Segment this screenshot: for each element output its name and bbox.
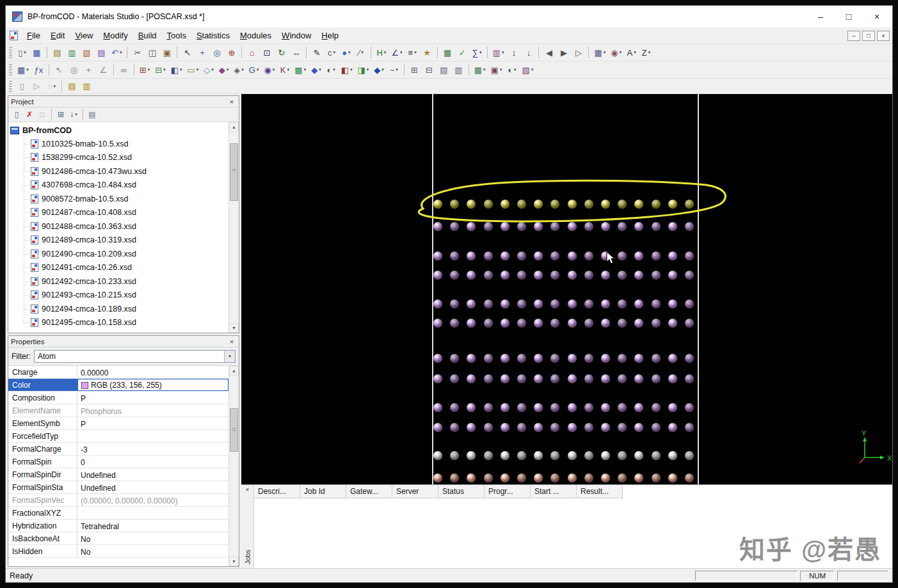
atom[interactable] xyxy=(550,271,559,280)
property-value[interactable]: (0.00000, 0.00000, 0.00000) xyxy=(77,494,229,506)
jobs-column-header[interactable]: Status xyxy=(438,485,485,498)
find-symmetry-icon-dropdown[interactable]: ▾ xyxy=(241,67,244,72)
atom[interactable] xyxy=(584,403,593,412)
property-value[interactable] xyxy=(77,507,229,519)
pan-tool-icon[interactable]: + xyxy=(82,63,95,76)
property-label[interactable]: FormalCharge xyxy=(8,443,77,455)
atom[interactable] xyxy=(601,423,610,432)
atom[interactable] xyxy=(568,473,577,482)
atom[interactable] xyxy=(517,200,526,209)
orbit-icon[interactable]: ◉▾ xyxy=(262,63,277,76)
isosurface-icon-dropdown[interactable]: ▾ xyxy=(333,67,335,72)
color-by-icon[interactable]: ◐▾ xyxy=(505,63,518,76)
atom[interactable] xyxy=(568,299,577,308)
jobs-column-header[interactable]: Result... xyxy=(577,485,623,498)
property-row[interactable]: FractionalXYZ xyxy=(8,507,229,520)
atom[interactable] xyxy=(534,374,543,383)
structure-viewport[interactable]: Y X xyxy=(241,94,892,484)
property-label[interactable]: FormalSpinSta xyxy=(8,481,77,493)
bond-tool-icon[interactable]: ∕▾ xyxy=(354,46,367,59)
group-icon[interactable]: G▾ xyxy=(247,63,261,76)
item-properties-icon[interactable]: □ xyxy=(36,109,48,120)
tree-root-item[interactable]: BP-fromCOD xyxy=(10,123,227,137)
scroll-track[interactable] xyxy=(229,376,239,557)
atom[interactable] xyxy=(568,271,577,280)
property-row[interactable]: CompositionP xyxy=(8,392,229,404)
atom[interactable] xyxy=(517,222,526,231)
minimize-button[interactable]: – xyxy=(806,7,835,26)
display-style-icon-dropdown[interactable]: ▾ xyxy=(26,67,29,72)
align-table-icon[interactable]: ▤ xyxy=(437,63,451,76)
atom[interactable] xyxy=(685,251,694,260)
property-label[interactable]: Hybridization xyxy=(8,520,77,532)
property-row[interactable]: ForcefieldTyp xyxy=(8,430,229,443)
undo-icon-dropdown[interactable]: ▾ xyxy=(120,50,122,55)
property-row[interactable]: IsHiddenNo xyxy=(8,545,229,558)
tree-item[interactable]: 9012490-cmca-10.209.xsd xyxy=(10,247,227,261)
atom[interactable] xyxy=(501,473,509,482)
atom[interactable] xyxy=(517,374,526,383)
sketch-mode-icon[interactable]: c▾ xyxy=(325,46,338,59)
atom[interactable] xyxy=(534,222,543,231)
display-style-icon[interactable]: ▦▾ xyxy=(15,63,31,76)
mesh-icon-dropdown[interactable]: ▾ xyxy=(304,67,307,72)
tree-item[interactable]: 9012488-cmca-10.363.xsd xyxy=(10,219,227,234)
atom[interactable] xyxy=(668,271,677,280)
atom[interactable] xyxy=(484,451,493,460)
property-row[interactable]: HybridizationTetrahedral xyxy=(8,520,229,532)
atom[interactable] xyxy=(685,403,694,412)
atom[interactable] xyxy=(484,200,493,209)
atom[interactable] xyxy=(450,251,459,260)
property-value[interactable]: Tetrahedral xyxy=(77,520,229,532)
properties-panel-close-icon[interactable]: × xyxy=(227,338,236,346)
property-label[interactable]: ForcefieldTyp xyxy=(8,430,77,442)
orbit-icon-dropdown[interactable]: ▾ xyxy=(273,67,275,72)
atom[interactable] xyxy=(584,319,593,328)
delete-item-icon[interactable]: ✗ xyxy=(24,109,35,120)
jobs-tab[interactable]: Jobs xyxy=(244,550,252,564)
atom[interactable] xyxy=(652,299,661,308)
atom[interactable] xyxy=(634,271,643,280)
atom[interactable] xyxy=(584,354,593,363)
atom[interactable] xyxy=(484,423,493,432)
atom[interactable] xyxy=(601,403,610,412)
tree-item[interactable]: 1010325-bmab-10.5.xsd xyxy=(10,137,227,151)
sort-descending-icon[interactable]: ↓ xyxy=(522,46,535,59)
atom[interactable] xyxy=(550,354,559,363)
scroll-up-icon[interactable]: ▲ xyxy=(229,122,239,132)
mdi-restore-button[interactable]: □ xyxy=(862,31,875,41)
atom[interactable] xyxy=(450,403,459,412)
atom[interactable] xyxy=(433,374,442,383)
atom[interactable] xyxy=(433,354,442,363)
atom[interactable] xyxy=(517,451,526,460)
atom[interactable] xyxy=(467,403,476,412)
project-panel-close-icon[interactable]: × xyxy=(227,98,236,106)
atom[interactable] xyxy=(584,222,593,231)
atom[interactable] xyxy=(618,423,627,432)
menu-item-tools[interactable]: Tools xyxy=(162,29,191,42)
adjust-hydrogen-icon[interactable]: H▾ xyxy=(374,46,388,59)
new-table-icon-dropdown[interactable]: ▾ xyxy=(483,67,486,72)
atom[interactable] xyxy=(433,271,442,280)
atom[interactable] xyxy=(517,251,526,260)
atom[interactable] xyxy=(501,374,509,383)
align-left-icon[interactable]: ⊞ xyxy=(408,63,421,76)
field-icon[interactable]: ◧▾ xyxy=(339,63,355,76)
properties-scrollbar[interactable]: ▲ ▼ xyxy=(229,366,239,566)
atom[interactable] xyxy=(685,374,694,383)
project-panel-header[interactable]: Project × xyxy=(8,96,239,107)
mdi-close-button[interactable]: × xyxy=(877,31,890,41)
rotate-view-icon[interactable]: ↻ xyxy=(275,46,288,59)
property-value[interactable]: No xyxy=(77,532,229,544)
atom[interactable] xyxy=(450,423,459,432)
property-label[interactable]: FormalSpinDir xyxy=(8,468,77,481)
atom[interactable] xyxy=(467,271,476,280)
atom[interactable] xyxy=(601,473,610,482)
notebook-icon[interactable]: ▤ xyxy=(65,80,79,93)
atom[interactable] xyxy=(550,451,559,460)
property-value[interactable]: No xyxy=(77,545,229,557)
atom[interactable] xyxy=(584,200,593,209)
property-label[interactable]: FractionalXYZ xyxy=(8,507,77,519)
atom[interactable] xyxy=(484,222,493,231)
new-document-icon[interactable]: ▯▾ xyxy=(15,46,29,59)
